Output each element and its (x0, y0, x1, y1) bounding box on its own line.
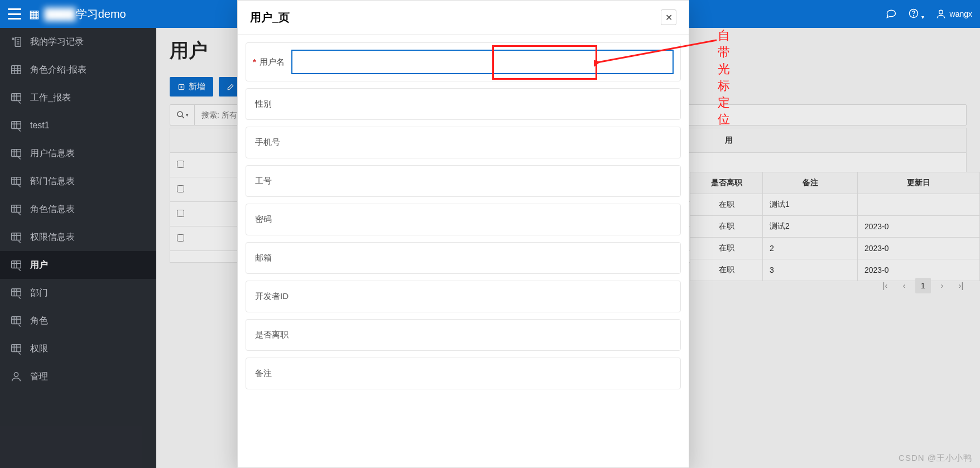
field-label: 密码 (255, 214, 272, 224)
username-input[interactable] (291, 50, 674, 74)
field-3[interactable]: 密码 (246, 204, 681, 235)
dialog-title: 用户_页 (250, 10, 290, 25)
svg-point-2 (939, 10, 943, 14)
field-1[interactable]: 手机号 (246, 127, 681, 158)
field-2[interactable]: 工号 (246, 165, 681, 197)
field-label: 备注 (255, 368, 272, 378)
help-icon[interactable]: ▾ (908, 8, 924, 21)
field-username: *用户名 (246, 42, 681, 81)
app-logo-icon: ▦ (29, 7, 40, 21)
app-title: ▦ ████学习demo (29, 7, 126, 22)
user-dialog: 用户_页 ✕ *用户名 性别手机号工号密码邮箱开发者ID是否离职备注 自带光标定… (237, 0, 689, 468)
field-label: 工号 (255, 176, 272, 185)
field-label: 是否离职 (255, 330, 289, 339)
field-label: 性别 (255, 99, 272, 108)
field-label: 开发者ID (255, 291, 289, 301)
menu-toggle-icon[interactable] (8, 8, 21, 20)
annotation-label: 自带光标定位 (718, 27, 730, 128)
svg-point-1 (913, 15, 914, 16)
watermark: CSDN @王小小鸭 (899, 453, 972, 464)
field-7[interactable]: 备注 (246, 358, 681, 389)
field-0[interactable]: 性别 (246, 88, 681, 120)
field-label: 手机号 (255, 137, 280, 147)
close-icon[interactable]: ✕ (661, 9, 676, 25)
username-label: *用户名 (253, 57, 285, 67)
feedback-icon[interactable] (886, 8, 897, 21)
user-name: wangx (950, 9, 972, 18)
user-menu[interactable]: wangx (935, 8, 972, 20)
field-4[interactable]: 邮箱 (246, 242, 681, 274)
field-6[interactable]: 是否离职 (246, 319, 681, 351)
field-5[interactable]: 开发者ID (246, 281, 681, 312)
field-label: 邮箱 (255, 253, 272, 262)
